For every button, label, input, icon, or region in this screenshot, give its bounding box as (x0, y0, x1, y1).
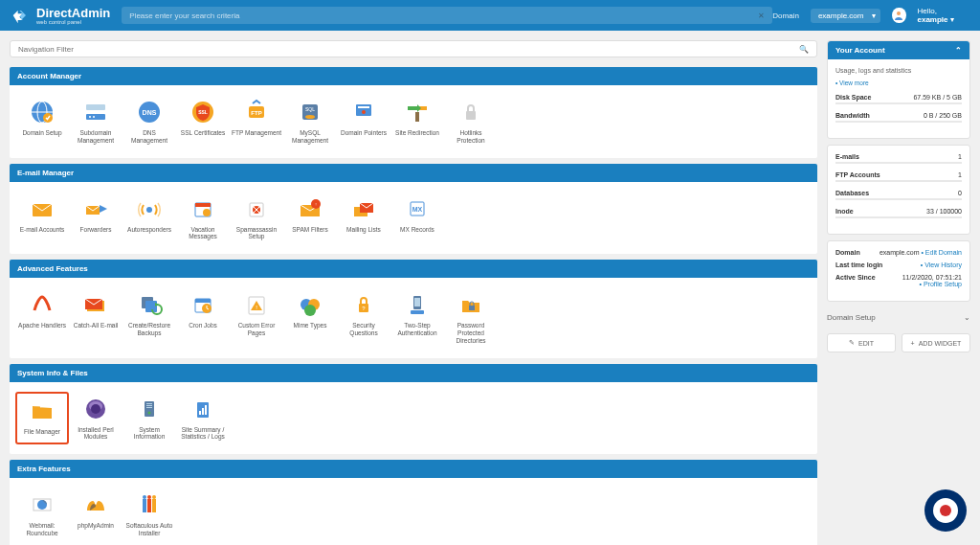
item-two-step-auth[interactable]: Two-Step Authentication (390, 287, 444, 348)
ftp-icon: FTP (243, 99, 270, 125)
item-ftp-management[interactable]: FTPFTP Management (230, 95, 283, 148)
item-file-manager[interactable]: File Manager (15, 392, 69, 445)
stats-card: E-mails1 FTP Accounts1 Databases0 Inode3… (827, 145, 970, 235)
your-account-header[interactable]: Your Account ⌃ (828, 41, 969, 59)
plus-icon: + (911, 340, 915, 347)
item-softaculous[interactable]: Softaculous Auto Installer (122, 488, 176, 541)
phpmyadmin-icon (82, 491, 109, 518)
svg-point-0 (897, 11, 901, 15)
item-cron-jobs[interactable]: Cron Jobs (176, 287, 230, 348)
item-subdomain-management[interactable]: Subdomain Management (69, 95, 122, 148)
add-widget-button[interactable]: +ADD WIDGET (902, 333, 970, 352)
forward-icon (82, 195, 109, 222)
nav-filter-input[interactable] (18, 45, 799, 54)
svg-text:SSL: SSL (198, 109, 208, 115)
section-header[interactable]: Account Manager (10, 67, 817, 85)
item-domain-pointers[interactable]: Domain Pointers (337, 95, 390, 148)
svg-point-29 (146, 207, 152, 213)
svg-text:MX: MX (412, 206, 423, 213)
sidebar: Your Account ⌃ Usage, logs and statistic… (827, 40, 970, 545)
item-mysql-management[interactable]: SQLMySQL Management (283, 95, 337, 148)
softaculous-icon (136, 491, 163, 518)
domain-setup-collapse[interactable]: Domain Setup ⌄ (827, 307, 970, 328)
item-backups[interactable]: Create/Restore Backups (122, 287, 176, 348)
svg-point-7 (89, 116, 91, 118)
view-history-link[interactable]: • View History (921, 261, 962, 268)
section-header[interactable]: System Info & Files (10, 364, 817, 382)
apache-icon (29, 291, 56, 318)
item-system-information[interactable]: System Information (122, 392, 176, 445)
ssl-icon: SSL (189, 99, 216, 125)
svg-point-81 (152, 495, 156, 499)
svg-rect-67 (146, 405, 152, 406)
target-icon (940, 505, 951, 516)
logo-title: DirectAdmin (36, 7, 110, 19)
item-spamassassin[interactable]: Spamassassin Setup (230, 192, 283, 245)
item-error-pages[interactable]: !Custom Error Pages (230, 287, 283, 348)
search-input[interactable] (129, 11, 758, 20)
svg-rect-59 (414, 298, 420, 307)
item-ssl-certificates[interactable]: SSLSSL Certificates (176, 95, 230, 148)
svg-point-8 (93, 116, 95, 118)
user-avatar-icon[interactable] (892, 8, 905, 23)
item-spam-filters[interactable]: !SPAM Filters (283, 192, 337, 245)
domain-select[interactable]: example.com ▾ (811, 9, 881, 23)
item-dns-management[interactable]: DNSDNS Management (122, 95, 176, 148)
mailing-list-icon (350, 195, 377, 222)
stats-icon (189, 396, 216, 422)
search-clear-icon[interactable]: ✕ (758, 11, 765, 20)
item-domain-setup[interactable]: Domain Setup (15, 95, 69, 148)
navigation-filter[interactable]: 🔍 (10, 40, 817, 57)
section-header[interactable]: E-mail Manager (10, 164, 817, 182)
floating-action-button[interactable] (924, 489, 967, 532)
svg-point-17 (305, 115, 315, 119)
item-site-redirection[interactable]: Site Redirection (390, 95, 444, 148)
item-perl-modules[interactable]: Installed Perl Modules (69, 392, 122, 445)
2fa-icon (404, 291, 431, 318)
svg-rect-73 (205, 405, 207, 415)
item-hotlinks-protection[interactable]: Hotlinks Protection (444, 95, 498, 148)
view-more-link[interactable]: • View more (835, 79, 962, 86)
item-mailing-lists[interactable]: Mailing Lists (337, 192, 390, 245)
item-apache-handlers[interactable]: Apache Handlers (15, 287, 69, 348)
svg-point-69 (148, 411, 151, 414)
item-site-summary[interactable]: Site Summary / Statistics / Logs (176, 392, 230, 445)
item-mx-records[interactable]: MXMX Records (390, 192, 444, 245)
globe-icon (29, 99, 56, 125)
spamassassin-icon (243, 195, 270, 222)
svg-marker-28 (100, 205, 107, 213)
item-mime-types[interactable]: Mime Types (283, 287, 337, 348)
item-forwarders[interactable]: Forwarders (69, 192, 122, 245)
edit-button[interactable]: ✎EDIT (827, 333, 896, 352)
svg-rect-66 (146, 403, 152, 404)
section-account-manager: Account Manager Domain Setup Subdomain M… (10, 67, 817, 158)
search-bar[interactable]: ✕ (122, 7, 772, 24)
item-autoresponders[interactable]: Autoresponders (122, 192, 176, 245)
domain-info-card: Domainexample.com • Edit Domain Last tim… (827, 240, 970, 302)
svg-rect-45 (145, 301, 157, 312)
section-header[interactable]: Extra Features (10, 460, 817, 478)
dns-icon: DNS (136, 99, 163, 125)
lock-icon (457, 99, 484, 125)
item-catch-all-email[interactable]: Catch-All E-mail (69, 287, 122, 348)
folder-icon (29, 397, 56, 424)
your-account-card: Your Account ⌃ Usage, logs and statistic… (827, 40, 970, 139)
item-security-questions[interactable]: ?Security Questions (337, 287, 390, 348)
item-password-protected[interactable]: Password Protected Directories (444, 287, 498, 348)
item-roundcube[interactable]: Webmail: Roundcube (15, 488, 69, 541)
svg-rect-76 (143, 499, 146, 512)
svg-rect-19 (358, 106, 369, 108)
logo[interactable]: DirectAdmin web control panel (11, 6, 110, 25)
profile-setup-link[interactable]: • Profile Setup (920, 281, 962, 287)
header-right: Domain example.com ▾ Hello, example ▾ (772, 7, 969, 24)
svg-rect-21 (415, 112, 419, 122)
item-phpmyadmin[interactable]: phpMyAdmin (69, 488, 122, 541)
section-header[interactable]: Advanced Features (10, 260, 817, 278)
svg-point-79 (143, 495, 146, 499)
logo-subtitle: web control panel (36, 19, 110, 25)
item-vacation-messages[interactable]: Vacation Messages (176, 192, 230, 245)
item-email-accounts[interactable]: E-mail Accounts (15, 192, 69, 245)
svg-rect-31 (195, 203, 211, 207)
edit-domain-link[interactable]: • Edit Domain (921, 249, 962, 256)
greeting[interactable]: Hello, example ▾ (918, 7, 969, 24)
